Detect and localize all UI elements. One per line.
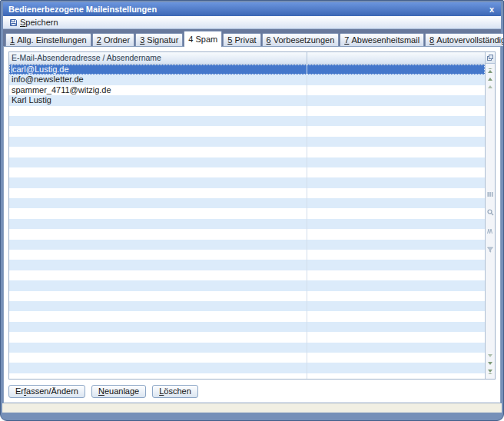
table-row[interactable] [9, 332, 485, 342]
cell-sender [9, 280, 307, 290]
table-row[interactable] [9, 229, 485, 239]
cell-sender [9, 167, 307, 177]
cell-empty [307, 167, 485, 177]
table-row[interactable] [9, 353, 485, 363]
table-row[interactable]: Karl Lustig [9, 95, 485, 105]
table-row[interactable] [9, 363, 485, 373]
cell-sender [9, 260, 307, 270]
cell-empty [307, 75, 485, 85]
table-row[interactable] [9, 280, 485, 290]
table-row[interactable] [9, 167, 485, 177]
toolbar: Speichern [3, 16, 501, 29]
tab-vorbesetzungen[interactable]: 6 Vorbesetzungen [262, 33, 340, 46]
rail-bottom-group [488, 350, 492, 379]
cell-empty [307, 106, 485, 116]
cell-sender [9, 157, 307, 167]
grid-rows: carl@Lustig.de info@newsletter.de spamme… [9, 65, 485, 379]
grid-side-rail [485, 52, 495, 379]
search-icon[interactable] [487, 205, 494, 219]
cell-empty [307, 137, 485, 147]
cell-empty [307, 270, 485, 280]
table-row-selected[interactable]: carl@Lustig.de [9, 65, 485, 75]
neuanlage-button[interactable]: Neuanlage [91, 385, 146, 398]
table-row[interactable] [9, 137, 485, 147]
cell-empty [307, 116, 485, 126]
table-row[interactable] [9, 373, 485, 379]
tab-autovervollstaendigung[interactable]: 8 Autovervollständigung [425, 33, 504, 46]
rail-middle-group [487, 182, 494, 260]
table-row[interactable] [9, 177, 485, 187]
column-header-sender[interactable]: E-Mail-Absenderadresse / Absendername [9, 52, 307, 64]
erfassen-aendern-button[interactable]: Erfassen/Ändern [8, 385, 85, 398]
tab-allg-einstellungen[interactable]: 1 Allg. Einstellungen [5, 33, 91, 46]
table-row[interactable] [9, 250, 485, 260]
cell-sender [9, 311, 307, 321]
column-chooser-icon[interactable] [486, 52, 495, 64]
cell-empty [307, 373, 485, 379]
cell-sender [9, 373, 307, 379]
scroll-top-icon[interactable] [488, 68, 492, 73]
cell-sender [9, 363, 307, 373]
table-row[interactable] [9, 116, 485, 126]
table-row[interactable] [9, 126, 485, 136]
filter-icon[interactable] [487, 242, 493, 256]
table-row[interactable] [9, 260, 485, 270]
page-down-icon[interactable] [488, 354, 492, 357]
table-row[interactable] [9, 291, 485, 301]
column-header-empty[interactable] [307, 52, 485, 64]
grid-main: E-Mail-Absenderadresse / Absendername ca… [9, 52, 485, 379]
tab-signatur[interactable]: 3 Signatur [135, 33, 183, 46]
page-up-icon[interactable] [488, 85, 492, 88]
table-row[interactable] [9, 219, 485, 229]
dialog-window: Bedienerbezogene Maileinstellungen x Spe… [0, 0, 504, 421]
table-row[interactable] [9, 208, 485, 218]
cell-empty [307, 219, 485, 229]
table-row[interactable] [9, 147, 485, 157]
grid-header: E-Mail-Absenderadresse / Absendername [9, 52, 485, 65]
cell-empty [307, 353, 485, 363]
scroll-bottom-icon[interactable] [488, 370, 492, 374]
table-row[interactable] [9, 157, 485, 167]
table-row[interactable] [9, 240, 485, 250]
cell-sender [9, 106, 307, 116]
tab-privat[interactable]: 5 Privat [223, 33, 260, 46]
cell-sender [9, 116, 307, 126]
columns-icon[interactable] [487, 187, 493, 201]
tab-abwesenheitsmail[interactable]: 7 Abwesenheitsmail [340, 33, 424, 46]
window-title: Bedienerbezogene Maileinstellungen [8, 5, 157, 14]
cell-sender: carl@Lustig.de [9, 65, 307, 75]
save-button[interactable]: Speichern [7, 18, 61, 27]
cell-empty [307, 332, 485, 342]
table-row[interactable]: info@newsletter.de [9, 75, 485, 85]
table-row[interactable] [9, 270, 485, 280]
loeschen-button[interactable]: Löschen [152, 385, 198, 398]
cell-sender: Karl Lustig [9, 95, 307, 105]
table-row[interactable] [9, 106, 485, 116]
cell-sender [9, 291, 307, 301]
cell-sender [9, 322, 307, 332]
rail-top-group [488, 64, 492, 93]
table-row[interactable] [9, 188, 485, 198]
table-row[interactable] [9, 322, 485, 332]
tab-ordner[interactable]: 2 Ordner [92, 33, 134, 46]
cell-empty [307, 280, 485, 290]
cell-sender [9, 332, 307, 342]
close-icon[interactable]: x [488, 5, 496, 14]
table-row[interactable] [9, 198, 485, 208]
cell-sender: info@newsletter.de [9, 75, 307, 85]
table-row[interactable] [9, 343, 485, 353]
scroll-up-icon[interactable] [488, 78, 492, 81]
cell-sender [9, 177, 307, 187]
table-row[interactable] [9, 301, 485, 311]
table-row[interactable] [9, 311, 485, 321]
cell-empty [307, 343, 485, 353]
sort-icon[interactable] [487, 224, 493, 237]
table-row[interactable]: spammer_4711@witzig.de [9, 85, 485, 95]
action-button-row: Erfassen/Ändern Neuanlage Löschen [4, 382, 500, 403]
save-button-label: Speichern [20, 18, 58, 27]
window-frame-bottom [3, 413, 501, 420]
cell-empty [307, 65, 485, 75]
cell-empty [307, 301, 485, 311]
scroll-down-icon[interactable] [488, 362, 492, 365]
tab-spam[interactable]: 4 Spam [184, 31, 222, 47]
